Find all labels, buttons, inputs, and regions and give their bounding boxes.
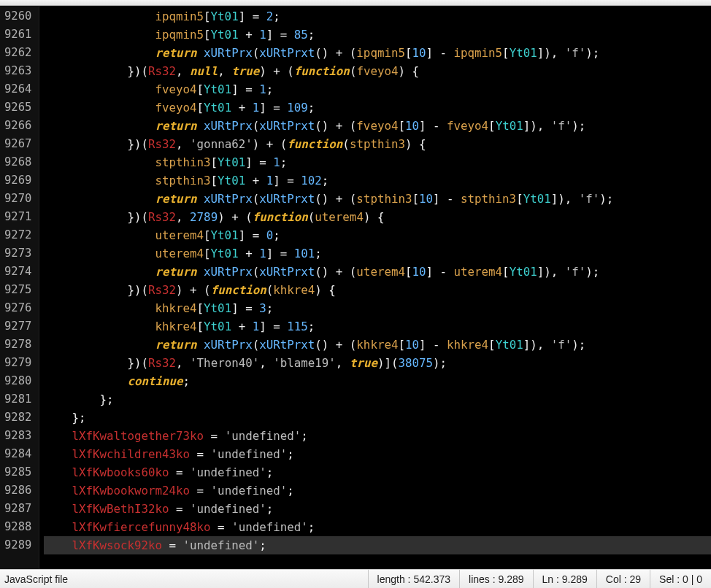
code-line[interactable]: return xURtPrx(xURtPrxt() + (khkre4[10] … <box>44 336 711 354</box>
line-number-gutter: 9260 9261 9262 9263 9264 9265 9266 9267 … <box>0 6 39 569</box>
code-line[interactable]: })(Rs32, 'gonna62') + (function(stpthin3… <box>44 135 711 153</box>
code-line[interactable]: })(Rs32) + (function(khkre4) { <box>44 281 711 299</box>
code-line[interactable]: return xURtPrx(xURtPrxt() + (fveyo4[10] … <box>44 117 711 135</box>
code-line[interactable]: uterem4[Yt01] = 0; <box>44 226 711 244</box>
code-line[interactable]: lXfKwsock92ko = 'undefined'; <box>44 536 711 554</box>
code-editor[interactable]: 9260 9261 9262 9263 9264 9265 9266 9267 … <box>0 6 711 569</box>
code-line[interactable]: return xURtPrx(xURtPrxt() + (stpthin3[10… <box>44 190 711 208</box>
code-line[interactable]: })(Rs32, 'Theron40', 'blame19', true)](3… <box>44 354 711 372</box>
status-ln: Ln : 9.289 <box>533 570 596 588</box>
code-line[interactable]: ipqmin5[Yt01 + 1] = 85; <box>44 26 711 44</box>
status-length: length : 542.373 <box>368 570 459 588</box>
code-line[interactable]: stpthin3[Yt01] = 1; <box>44 153 711 171</box>
status-bar: JavaScript file length : 542.373 lines :… <box>0 569 711 588</box>
code-line[interactable]: return xURtPrx(xURtPrxt() + (uterem4[10]… <box>44 263 711 281</box>
code-line[interactable]: lXfKwfiercefunny48ko = 'undefined'; <box>44 518 711 536</box>
code-line[interactable]: fveyo4[Yt01 + 1] = 109; <box>44 98 711 117</box>
code-line[interactable]: lXfKwchildren43ko = 'undefined'; <box>44 445 711 463</box>
code-line[interactable]: khkre4[Yt01 + 1] = 115; <box>44 317 711 336</box>
code-line[interactable]: fveyo4[Yt01] = 1; <box>44 80 711 98</box>
code-line[interactable]: }; <box>44 390 711 409</box>
code-line[interactable]: }; <box>44 409 711 427</box>
code-line[interactable]: stpthin3[Yt01 + 1] = 102; <box>44 171 711 190</box>
code-line[interactable]: continue; <box>44 372 711 390</box>
code-line[interactable]: lXfKwBethI32ko = 'undefined'; <box>44 500 711 518</box>
status-sel: Sel : 0 | 0 <box>650 570 711 588</box>
toolbar <box>0 0 711 6</box>
code-line[interactable]: })(Rs32, null, true) + (function(fveyo4)… <box>44 62 711 80</box>
code-area[interactable]: ipqmin5[Yt01] = 2; ipqmin5[Yt01 + 1] = 8… <box>39 6 711 569</box>
code-line[interactable]: khkre4[Yt01] = 3; <box>44 299 711 317</box>
code-line[interactable]: ipqmin5[Yt01] = 2; <box>44 7 711 26</box>
code-line[interactable]: })(Rs32, 2789) + (function(uterem4) { <box>44 208 711 226</box>
status-filetype: JavaScript file <box>0 570 368 588</box>
code-line[interactable]: return xURtPrx(xURtPrxt() + (ipqmin5[10]… <box>44 44 711 62</box>
code-line[interactable]: lXfKwaltogether73ko = 'undefined'; <box>44 427 711 445</box>
status-col: Col : 29 <box>596 570 650 588</box>
code-line[interactable]: uterem4[Yt01 + 1] = 101; <box>44 244 711 263</box>
status-lines: lines : 9.289 <box>459 570 533 588</box>
code-line[interactable]: lXfKwbooks60ko = 'undefined'; <box>44 463 711 481</box>
code-line[interactable]: lXfKwbookworm24ko = 'undefined'; <box>44 481 711 500</box>
